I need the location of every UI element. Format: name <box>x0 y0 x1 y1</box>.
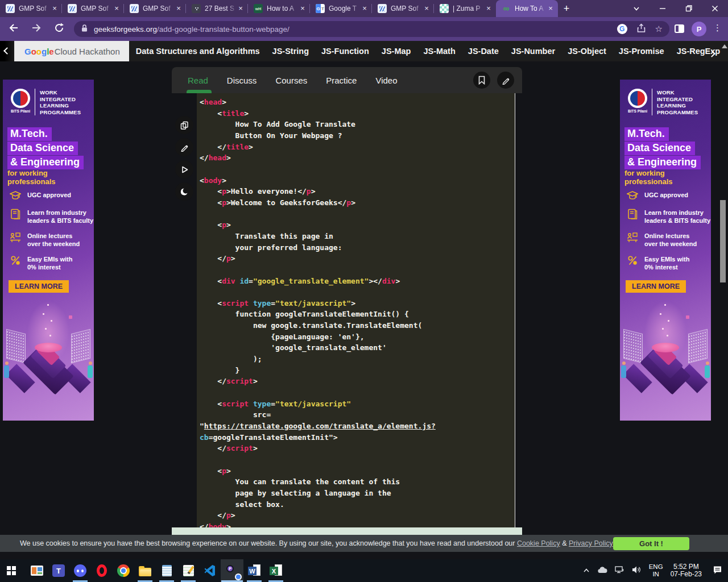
taskbar-chrome-button[interactable] <box>113 559 134 582</box>
nav-scroll-left[interactable] <box>0 41 15 61</box>
bookmark-star-icon[interactable]: ☆ <box>655 24 663 34</box>
learn-more-button[interactable]: LEARN MORE <box>9 280 69 293</box>
nav-link[interactable]: JS-Promise <box>619 47 664 56</box>
edit-button[interactable] <box>497 72 514 89</box>
taskbar-notepad-button[interactable] <box>156 559 177 582</box>
code-line: <div id="google_translate_element"></div… <box>200 276 515 287</box>
profile-avatar[interactable]: P <box>692 22 706 36</box>
bits-pilani-ad-left[interactable]: BITS PilaniWORKINTEGRATEDLEARNINGPROGRAM… <box>3 80 94 421</box>
taskbar-editor-button[interactable] <box>177 559 199 582</box>
browser-tab[interactable]: GMP Sof× <box>0 0 62 17</box>
bookmark-button[interactable] <box>473 72 490 89</box>
privacy-policy-link[interactable]: Privacy Policy <box>569 539 613 547</box>
tab-close-icon[interactable]: × <box>485 5 493 13</box>
nav-scroll-right[interactable] <box>709 48 714 59</box>
tab-title: How To A <box>515 5 547 13</box>
taskbar-explorer-button[interactable] <box>134 559 156 582</box>
address-bar[interactable]: geeksforgeeks.org/add-google-translate-b… <box>74 21 669 37</box>
nav-link[interactable]: JS-Math <box>423 47 455 56</box>
tab-close-icon[interactable]: × <box>237 5 245 13</box>
taskbar-word-button[interactable]: W <box>243 559 265 582</box>
window-controls <box>623 0 728 17</box>
taskbar-photos-button[interactable] <box>26 559 48 582</box>
browser-tab[interactable]: GMP Sof× <box>372 0 434 17</box>
language-indicator[interactable]: ENGIN <box>649 563 663 578</box>
taskbar-chrome-profile-button[interactable]: P <box>221 559 243 582</box>
clock[interactable]: 5:52 PM07-Feb-23 <box>671 563 702 578</box>
got-it-button[interactable]: Got It ! <box>613 537 689 550</box>
nav-link[interactable]: JS-Map <box>382 47 411 56</box>
ad-subheading: for working professionals <box>7 169 94 186</box>
tab-search-chevron-icon[interactable] <box>623 0 650 17</box>
tab-courses[interactable]: Courses <box>275 76 307 85</box>
network-icon[interactable] <box>615 566 624 576</box>
tab-discuss[interactable]: Discuss <box>227 76 257 85</box>
run-code-button[interactable] <box>175 160 193 178</box>
side-panel-icon[interactable] <box>675 24 684 33</box>
bits-pilani-ad-right[interactable]: BITS PilaniWORKINTEGRATEDLEARNINGPROGRAM… <box>620 80 711 421</box>
bits-caption: BITS Pilani <box>11 109 30 113</box>
code-line: </p> <box>200 510 515 521</box>
tab-close-icon[interactable]: × <box>547 5 555 13</box>
tab-read[interactable]: Read <box>188 76 208 85</box>
chevron-right-icon <box>708 50 715 57</box>
browser-tab[interactable]: GMP Sof× <box>62 0 124 17</box>
tab-close-icon[interactable]: × <box>361 5 369 13</box>
volume-icon[interactable] <box>632 566 642 576</box>
scrollbar-thumb[interactable] <box>720 200 726 282</box>
minimize-button[interactable] <box>650 0 676 17</box>
promo-banner[interactable]: Google Cloud Hackathon <box>14 41 129 61</box>
back-icon[interactable] <box>8 22 19 36</box>
code-editor[interactable]: <head> <title> How To Add Google Transla… <box>197 93 515 535</box>
browser-tab[interactable]: 27 Best S× <box>186 0 248 17</box>
page-footer-strip <box>172 527 522 535</box>
new-tab-button[interactable]: + <box>558 0 575 17</box>
nav-link[interactable]: JS-Function <box>321 47 369 56</box>
taskbar-vscode-button[interactable] <box>199 559 221 582</box>
browser-menu-icon[interactable]: ⋮ <box>713 23 722 33</box>
share-icon[interactable] <box>636 23 646 35</box>
tab-close-icon[interactable]: × <box>51 5 59 13</box>
edit-code-button[interactable] <box>175 138 193 156</box>
learn-more-button[interactable]: LEARN MORE <box>626 280 686 293</box>
dark-mode-button[interactable] <box>175 182 193 201</box>
browser-tab[interactable]: GTGoogle T× <box>310 0 372 17</box>
tab-close-icon[interactable]: × <box>175 5 183 13</box>
copy-code-button[interactable] <box>175 116 193 134</box>
browser-tab[interactable]: | Zuma P× <box>434 0 496 17</box>
divider <box>652 89 652 115</box>
nav-link[interactable]: Data Structures and Algorithms <box>136 47 260 56</box>
tab-close-icon[interactable]: × <box>423 5 431 13</box>
reload-icon[interactable] <box>53 22 65 36</box>
browser-tab[interactable]: GMP Sof× <box>124 0 186 17</box>
browser-tab[interactable]: wHHow to A× <box>248 0 310 17</box>
restore-button[interactable] <box>676 0 702 17</box>
code-lines: <head> <title> How To Add Google Transla… <box>200 97 515 533</box>
onedrive-icon[interactable] <box>597 566 607 576</box>
close-button[interactable] <box>702 0 728 17</box>
action-center-icon[interactable] <box>713 565 722 577</box>
tab-practice[interactable]: Practice <box>326 76 357 85</box>
taskbar-opera-button[interactable] <box>91 559 113 582</box>
tab-close-icon[interactable]: × <box>299 5 307 13</box>
browser-tab[interactable]: ∞How To A× <box>496 0 558 17</box>
code-line: select box. <box>200 499 515 510</box>
taskbar-discord-button[interactable] <box>69 559 91 582</box>
taskbar-excel-button[interactable]: X <box>265 559 287 582</box>
tab-close-icon[interactable]: × <box>113 5 121 13</box>
nav-link[interactable]: JS-String <box>272 47 309 56</box>
gmp-favicon <box>6 4 15 13</box>
scrollbar-up-arrow[interactable] <box>722 44 727 48</box>
google-extension-icon[interactable]: G <box>617 24 627 34</box>
nav-link[interactable]: JS-Number <box>511 47 555 56</box>
taskbar-teams-button[interactable]: T <box>48 559 69 582</box>
code-line: ​ <box>200 454 515 465</box>
gmp-favicon <box>130 4 139 13</box>
tray-expand-icon[interactable] <box>583 566 590 576</box>
nav-link[interactable]: JS-Object <box>568 47 606 56</box>
tab-video[interactable]: Video <box>375 76 397 85</box>
cookie-policy-link[interactable]: Cookie Policy <box>517 539 560 547</box>
forward-icon[interactable] <box>31 22 42 36</box>
nav-link[interactable]: JS-Date <box>468 47 499 56</box>
taskbar-start-button[interactable] <box>0 559 23 582</box>
